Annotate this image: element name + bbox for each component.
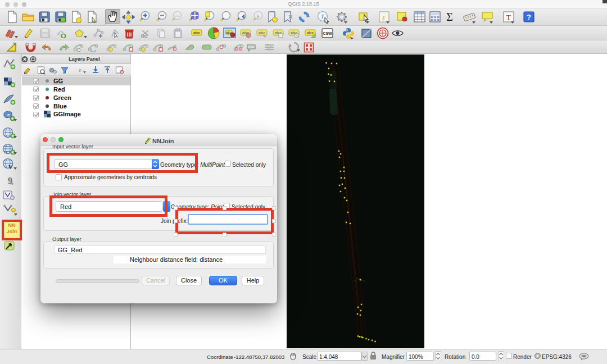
svg-text:e: e <box>7 112 10 117</box>
svg-text:abc: abc <box>259 31 265 35</box>
svg-text:abc: abc <box>307 31 314 35</box>
svg-text:Σ: Σ <box>446 11 453 23</box>
svg-text:?: ? <box>527 13 531 21</box>
svg-text:i: i <box>321 12 323 20</box>
svg-text:1:1: 1:1 <box>175 14 180 17</box>
svg-text:ε: ε <box>382 13 386 21</box>
svg-text:ε: ε <box>79 66 81 73</box>
svg-text:T: T <box>506 13 511 21</box>
svg-text:V: V <box>8 163 13 170</box>
svg-text:abc: abc <box>193 31 200 35</box>
svg-text:CSW: CSW <box>323 31 332 35</box>
